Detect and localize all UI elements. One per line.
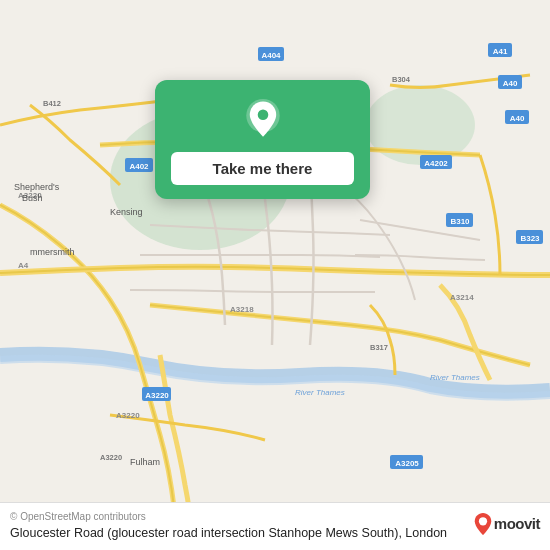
- location-pin-icon: [241, 98, 285, 142]
- svg-text:A4202: A4202: [424, 159, 448, 168]
- svg-text:A3220: A3220: [145, 391, 169, 400]
- svg-text:Bush: Bush: [22, 193, 43, 203]
- svg-text:River Thames: River Thames: [295, 388, 345, 397]
- svg-text:A40: A40: [503, 79, 518, 88]
- svg-text:A3220: A3220: [116, 411, 140, 420]
- moovit-brand-pin-icon: [474, 513, 492, 535]
- svg-text:A3218: A3218: [230, 305, 254, 314]
- svg-text:A41: A41: [493, 47, 508, 56]
- svg-text:A3220: A3220: [100, 453, 122, 462]
- moovit-brand-text: moovit: [494, 515, 540, 532]
- svg-text:A4: A4: [18, 261, 29, 270]
- svg-text:B310: B310: [450, 217, 470, 226]
- svg-point-45: [479, 517, 487, 525]
- svg-text:A40: A40: [510, 114, 525, 123]
- svg-text:B412: B412: [43, 99, 61, 108]
- svg-text:Shepherd's: Shepherd's: [14, 182, 60, 192]
- location-title: Gloucester Road (gloucester road interse…: [10, 525, 466, 543]
- info-bar: © OpenStreetMap contributors Gloucester …: [0, 502, 550, 551]
- svg-text:Kensing: Kensing: [110, 207, 143, 217]
- svg-text:Fulham: Fulham: [130, 457, 160, 467]
- svg-text:A3205: A3205: [395, 459, 419, 468]
- svg-text:B317: B317: [370, 343, 388, 352]
- svg-text:A402: A402: [129, 162, 149, 171]
- svg-text:mmersmith: mmersmith: [30, 247, 75, 257]
- svg-text:River Thames: River Thames: [430, 373, 480, 382]
- svg-point-44: [257, 109, 268, 120]
- svg-text:A404: A404: [261, 51, 281, 60]
- app-container: A3220 A402 A4 A3218 A3214 A3220 B412 B30…: [0, 0, 550, 550]
- copyright-text: © OpenStreetMap contributors: [10, 511, 466, 522]
- svg-text:B304: B304: [392, 75, 411, 84]
- location-card: Take me there: [155, 80, 370, 199]
- moovit-logo: moovit: [474, 511, 540, 535]
- svg-text:A3214: A3214: [450, 293, 474, 302]
- info-left: © OpenStreetMap contributors Gloucester …: [10, 511, 466, 543]
- svg-text:B323: B323: [520, 234, 540, 243]
- take-me-there-button[interactable]: Take me there: [171, 152, 354, 185]
